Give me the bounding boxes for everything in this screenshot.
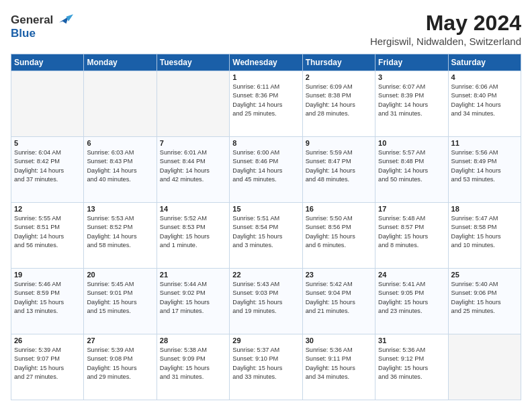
col-header-tuesday: Tuesday [157,54,229,71]
day-number: 1 [232,73,299,81]
cell-content: Sunrise: 5:45 AMSunset: 9:01 PMDaylight:… [87,280,153,316]
calendar-cell: 18Sunrise: 5:47 AMSunset: 8:58 PMDayligh… [448,203,521,269]
cell-content: Sunrise: 5:53 AMSunset: 8:52 PMDaylight:… [87,214,153,250]
day-number: 7 [160,139,226,147]
calendar-cell: 27Sunrise: 5:39 AMSunset: 9:08 PMDayligh… [84,334,157,400]
day-number: 25 [451,271,518,279]
calendar-cell: 20Sunrise: 5:45 AMSunset: 9:01 PMDayligh… [84,269,157,334]
calendar-cell: 15Sunrise: 5:51 AMSunset: 8:54 PMDayligh… [230,203,302,269]
calendar-cell: 1Sunrise: 6:11 AMSunset: 8:36 PMDaylight… [230,71,302,137]
calendar-cell: 22Sunrise: 5:43 AMSunset: 9:03 PMDayligh… [230,269,302,334]
calendar-cell: 31Sunrise: 5:36 AMSunset: 9:12 PMDayligh… [375,334,448,400]
cell-content: Sunrise: 5:36 AMSunset: 9:12 PMDaylight:… [378,346,445,381]
cell-content: Sunrise: 5:41 AMSunset: 9:05 PMDaylight:… [378,280,445,316]
cell-content: Sunrise: 6:01 AMSunset: 8:44 PMDaylight:… [160,148,226,184]
calendar-cell [84,71,157,137]
header: General Blue May 2024 Hergiswil, Nidwald… [11,11,521,47]
calendar-cell: 10Sunrise: 5:57 AMSunset: 8:48 PMDayligh… [375,137,448,203]
calendar-cell [11,71,84,137]
cell-content: Sunrise: 5:51 AMSunset: 8:54 PMDaylight:… [232,214,299,250]
cell-content: Sunrise: 5:42 AMSunset: 9:04 PMDaylight:… [306,280,372,316]
day-number: 10 [378,139,445,147]
day-number: 16 [306,205,372,213]
col-header-monday: Monday [84,54,157,71]
day-number: 4 [451,73,518,81]
cell-content: Sunrise: 5:50 AMSunset: 8:56 PMDaylight:… [306,214,372,250]
cell-content: Sunrise: 6:06 AMSunset: 8:40 PMDaylight:… [451,83,518,118]
cell-content: Sunrise: 5:46 AMSunset: 8:59 PMDaylight:… [14,280,81,316]
day-number: 22 [232,271,299,279]
cell-content: Sunrise: 5:39 AMSunset: 9:08 PMDaylight:… [87,346,153,381]
cell-content: Sunrise: 5:38 AMSunset: 9:09 PMDaylight:… [160,346,226,381]
day-number: 26 [14,336,81,345]
cell-content: Sunrise: 5:47 AMSunset: 8:58 PMDaylight:… [451,214,518,250]
col-header-saturday: Saturday [448,54,521,71]
cell-content: Sunrise: 6:04 AMSunset: 8:42 PMDaylight:… [14,148,81,184]
calendar-cell: 12Sunrise: 5:55 AMSunset: 8:51 PMDayligh… [11,203,84,269]
cell-content: Sunrise: 6:03 AMSunset: 8:43 PMDaylight:… [87,148,153,184]
calendar-cell: 25Sunrise: 5:40 AMSunset: 9:06 PMDayligh… [448,269,521,334]
calendar-cell: 19Sunrise: 5:46 AMSunset: 8:59 PMDayligh… [11,269,84,334]
cell-content: Sunrise: 5:37 AMSunset: 9:10 PMDaylight:… [232,346,299,381]
logo: General Blue [11,11,73,40]
day-number: 14 [160,205,226,213]
cell-content: Sunrise: 5:52 AMSunset: 8:53 PMDaylight:… [160,214,226,250]
calendar-cell: 7Sunrise: 6:01 AMSunset: 8:44 PMDaylight… [157,137,229,203]
cell-content: Sunrise: 5:48 AMSunset: 8:57 PMDaylight:… [378,214,445,250]
col-header-friday: Friday [375,54,448,71]
location: Hergiswil, Nidwalden, Switzerland [370,36,521,47]
cell-content: Sunrise: 5:44 AMSunset: 9:02 PMDaylight:… [160,280,226,316]
calendar-cell: 23Sunrise: 5:42 AMSunset: 9:04 PMDayligh… [302,269,375,334]
day-number: 30 [306,336,372,345]
calendar-cell: 9Sunrise: 5:59 AMSunset: 8:47 PMDaylight… [302,137,375,203]
calendar-cell: 14Sunrise: 5:52 AMSunset: 8:53 PMDayligh… [157,203,229,269]
day-number: 11 [451,139,518,147]
calendar-cell [157,71,229,137]
calendar-cell: 28Sunrise: 5:38 AMSunset: 9:09 PMDayligh… [157,334,229,400]
day-number: 6 [87,139,153,147]
day-number: 9 [306,139,372,147]
day-number: 2 [306,73,372,81]
cell-content: Sunrise: 6:11 AMSunset: 8:36 PMDaylight:… [232,83,299,118]
day-number: 23 [306,271,372,279]
day-number: 21 [160,271,226,279]
day-number: 13 [87,205,153,213]
cell-content: Sunrise: 5:36 AMSunset: 9:11 PMDaylight:… [306,346,372,381]
page: General Blue May 2024 Hergiswil, Nidwald… [0,0,532,411]
calendar-cell: 5Sunrise: 6:04 AMSunset: 8:42 PMDaylight… [11,137,84,203]
cell-content: Sunrise: 5:57 AMSunset: 8:48 PMDaylight:… [378,148,445,184]
cell-content: Sunrise: 5:56 AMSunset: 8:49 PMDaylight:… [451,148,518,184]
calendar-cell [448,334,521,400]
calendar-cell: 26Sunrise: 5:39 AMSunset: 9:07 PMDayligh… [11,334,84,400]
col-header-thursday: Thursday [302,54,375,71]
day-number: 3 [378,73,445,81]
month-year: May 2024 [370,11,521,36]
cell-content: Sunrise: 6:07 AMSunset: 8:39 PMDaylight:… [378,83,445,118]
day-number: 17 [378,205,445,213]
cell-content: Sunrise: 6:09 AMSunset: 8:38 PMDaylight:… [306,83,372,118]
day-number: 12 [14,205,81,213]
day-number: 19 [14,271,81,279]
day-number: 20 [87,271,153,279]
calendar-cell: 21Sunrise: 5:44 AMSunset: 9:02 PMDayligh… [157,269,229,334]
calendar-cell: 29Sunrise: 5:37 AMSunset: 9:10 PMDayligh… [230,334,302,400]
calendar-cell: 3Sunrise: 6:07 AMSunset: 8:39 PMDaylight… [375,71,448,137]
calendar-cell: 2Sunrise: 6:09 AMSunset: 8:38 PMDaylight… [302,71,375,137]
day-number: 5 [14,139,81,147]
calendar-cell: 4Sunrise: 6:06 AMSunset: 8:40 PMDaylight… [448,71,521,137]
day-number: 18 [451,205,518,213]
calendar-cell: 11Sunrise: 5:56 AMSunset: 8:49 PMDayligh… [448,137,521,203]
cell-content: Sunrise: 5:55 AMSunset: 8:51 PMDaylight:… [14,214,81,250]
day-number: 31 [378,336,445,345]
col-header-sunday: Sunday [11,54,84,71]
cell-content: Sunrise: 6:00 AMSunset: 8:46 PMDaylight:… [232,148,299,184]
day-number: 15 [232,205,299,213]
day-number: 24 [378,271,445,279]
logo-text: General Blue [11,11,73,40]
calendar-cell: 24Sunrise: 5:41 AMSunset: 9:05 PMDayligh… [375,269,448,334]
cell-content: Sunrise: 5:59 AMSunset: 8:47 PMDaylight:… [306,148,372,184]
logo-general: General [11,13,53,27]
col-header-wednesday: Wednesday [230,54,302,71]
day-number: 28 [160,336,226,345]
day-number: 8 [232,139,299,147]
